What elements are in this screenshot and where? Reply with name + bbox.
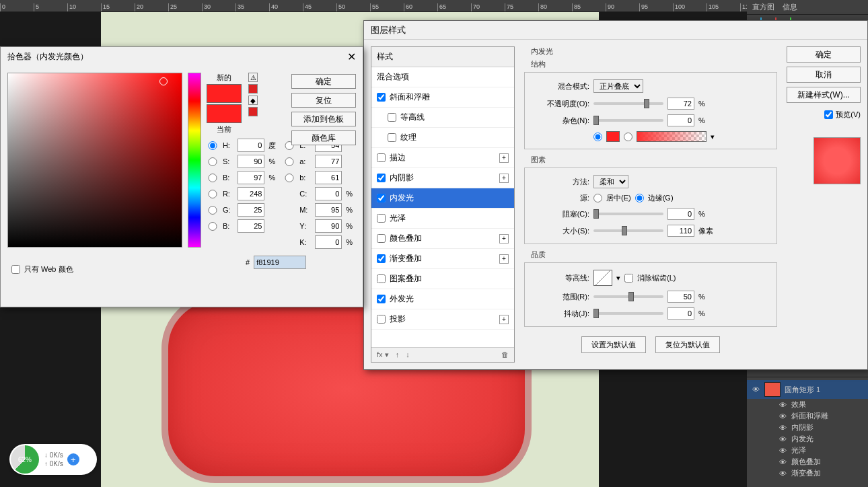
tab-info[interactable]: 信息 [783, 2, 797, 12]
trash-icon[interactable]: 🗑 [501, 350, 509, 359]
m-input[interactable] [315, 203, 342, 217]
plus-icon[interactable]: + [499, 234, 509, 244]
style-item[interactable]: 混合选项 [371, 67, 514, 87]
style-item[interactable]: 投影+ [371, 309, 514, 330]
b3-input[interactable] [238, 219, 264, 233]
layer-row[interactable]: 👁 圆角矩形 1 [747, 380, 868, 399]
c-input[interactable] [315, 187, 342, 200]
range-input[interactable] [667, 291, 694, 303]
source-center-radio[interactable] [593, 194, 602, 202]
color-field[interactable] [7, 73, 182, 248]
style-checkbox[interactable] [377, 254, 386, 263]
style-item[interactable]: 斜面和浮雕 [371, 87, 514, 108]
s-radio[interactable] [207, 157, 219, 166]
hex-input[interactable] [254, 256, 306, 269]
style-item[interactable]: 内阴影+ [371, 168, 514, 188]
opacity-input[interactable] [667, 98, 694, 110]
size-slider[interactable] [593, 229, 663, 232]
style-checkbox[interactable] [377, 153, 386, 162]
tab-histogram[interactable]: 直方图 [752, 2, 774, 12]
b2-radio[interactable] [283, 174, 295, 182]
speed-gauge[interactable]: 62% ↓ 0K/s ↑ 0K/s + [9, 444, 97, 475]
new-style-button[interactable]: 新建样式(W)... [787, 87, 861, 103]
cp-add-swatch-button[interactable]: 添加到色板 [291, 112, 356, 126]
h-input[interactable] [238, 139, 264, 152]
plus-icon[interactable]: + [499, 254, 509, 264]
cube-icon[interactable]: ◆ [248, 96, 258, 105]
style-checkbox[interactable] [377, 295, 386, 303]
style-item[interactable]: 描边+ [371, 148, 514, 168]
opacity-slider[interactable] [593, 102, 663, 105]
plus-icon[interactable]: + [499, 153, 509, 163]
b-radio[interactable] [207, 174, 219, 182]
effect-row[interactable]: 👁斜面和浮雕 [774, 410, 868, 422]
style-checkbox[interactable] [377, 194, 386, 202]
source-edge-radio[interactable] [635, 194, 644, 202]
color-radio[interactable] [593, 133, 602, 141]
size-input[interactable] [667, 225, 694, 237]
g-input[interactable] [238, 203, 264, 217]
jitter-input[interactable] [667, 307, 694, 320]
style-checkbox[interactable] [377, 274, 386, 283]
blend-mode-select[interactable]: 正片叠底 [593, 79, 643, 93]
s-input[interactable] [238, 155, 264, 168]
plus-icon[interactable]: + [499, 174, 509, 183]
style-checkbox[interactable] [377, 214, 386, 223]
b2-input[interactable] [315, 171, 342, 184]
bval-input[interactable] [238, 171, 264, 184]
noise-slider[interactable] [593, 119, 663, 122]
plus-icon[interactable]: + [499, 315, 509, 324]
choke-input[interactable] [667, 208, 694, 220]
contour-picker[interactable] [593, 270, 612, 286]
gamut-warning-icon[interactable]: ⚠ [248, 73, 258, 82]
style-checkbox[interactable] [388, 113, 396, 122]
gradient-strip[interactable] [637, 131, 707, 142]
ok-button[interactable]: 确定 [787, 46, 861, 63]
style-item[interactable]: 内发光 [371, 188, 514, 209]
r-radio[interactable] [207, 190, 219, 198]
style-checkbox[interactable] [377, 315, 386, 324]
choke-slider[interactable] [593, 213, 663, 215]
up-icon[interactable]: ↑ [396, 350, 400, 359]
style-checkbox[interactable] [377, 174, 386, 182]
g-radio[interactable] [207, 206, 219, 215]
cp-color-lib-button[interactable]: 颜色库 [291, 130, 356, 145]
close-icon[interactable]: ✕ [347, 50, 356, 63]
method-select[interactable]: 柔和 [593, 175, 628, 188]
gamut-chip[interactable] [248, 84, 258, 93]
fx-icon[interactable]: fx ▾ [377, 350, 389, 359]
style-checkbox[interactable] [377, 234, 386, 243]
style-item[interactable]: 颜色叠加+ [371, 229, 514, 249]
style-item[interactable]: 纹理 [371, 128, 514, 148]
jitter-slider[interactable] [593, 312, 663, 315]
set-default-button[interactable]: 设置为默认值 [581, 336, 646, 353]
preview-checkbox[interactable] [824, 110, 833, 119]
effect-row[interactable]: 👁内阴影 [774, 422, 868, 433]
a-input[interactable] [315, 155, 342, 168]
effect-row[interactable]: 👁渐变叠加 [774, 467, 868, 479]
a-radio[interactable] [283, 157, 295, 166]
range-slider[interactable] [593, 295, 663, 298]
h-radio[interactable] [207, 141, 219, 150]
cancel-button[interactable]: 取消 [787, 67, 861, 83]
effect-row[interactable]: 👁颜色叠加 [774, 456, 868, 467]
b3-radio[interactable] [207, 222, 219, 231]
style-item[interactable]: 图案叠加 [371, 269, 514, 289]
reset-default-button[interactable]: 复位为默认值 [655, 336, 720, 353]
noise-input[interactable] [667, 114, 694, 126]
web-only-checkbox[interactable] [11, 265, 20, 274]
hue-slider[interactable] [188, 73, 201, 248]
style-checkbox[interactable] [377, 93, 386, 102]
r-input[interactable] [238, 187, 264, 200]
gauge-plus-icon[interactable]: + [67, 453, 79, 465]
style-item[interactable]: 等高线 [371, 108, 514, 128]
y-input[interactable] [315, 219, 342, 233]
k-input[interactable] [315, 235, 342, 249]
style-item[interactable]: 渐变叠加+ [371, 249, 514, 269]
style-item[interactable]: 光泽 [371, 209, 514, 229]
effect-row[interactable]: 👁内发光 [774, 433, 868, 445]
gradient-radio[interactable] [624, 133, 632, 141]
antialias-checkbox[interactable] [624, 274, 633, 283]
style-checkbox[interactable] [388, 133, 396, 142]
cp-ok-button[interactable]: 确定 [291, 74, 356, 89]
